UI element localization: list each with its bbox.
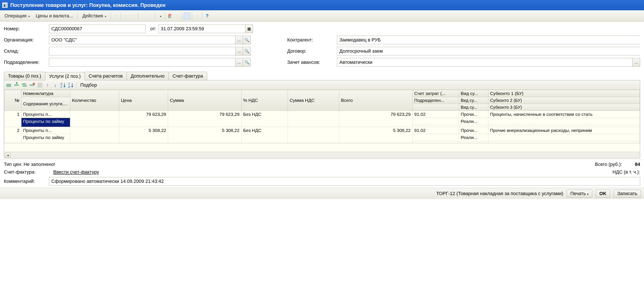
cell-kind2[interactable]: Реали... [459, 134, 488, 141]
operation-menu[interactable]: Операция [2, 12, 33, 20]
counterparty-input[interactable] [337, 36, 640, 44]
cell-kind1[interactable]: Прочи... [459, 111, 488, 118]
cell-vatsum[interactable] [288, 111, 339, 127]
cell-blank[interactable] [412, 125, 459, 127]
select-icon[interactable]: ... [235, 58, 243, 67]
col-kind3[interactable]: Вид су... [459, 104, 488, 111]
col-total[interactable]: Всего [339, 90, 412, 111]
clear-icon[interactable] [146, 13, 153, 19]
selection-button[interactable]: Подбор [78, 82, 98, 88]
tree-icon[interactable] [184, 13, 190, 19]
col-vatpct[interactable]: % НДС [241, 90, 288, 111]
tab-accounts[interactable]: Счета расчетов [84, 72, 127, 80]
select-icon[interactable]: ... [235, 47, 243, 56]
col-sub1[interactable]: Субконто 1 (БУ) [488, 90, 640, 97]
basis-icon[interactable] [140, 13, 146, 19]
list-icon[interactable] [194, 13, 200, 19]
save-button[interactable]: Записать [614, 190, 641, 197]
move-down-icon[interactable]: ↓ [52, 82, 58, 88]
advance-input[interactable] [337, 58, 632, 67]
move-up-icon[interactable]: ↑ [44, 82, 51, 88]
add-row-icon[interactable] [6, 82, 12, 88]
cell-desc[interactable]: Проценты по займу [21, 134, 70, 143]
cell-n[interactable]: 2 [4, 127, 22, 143]
contract-picker[interactable] [337, 47, 640, 56]
cell-qty[interactable] [70, 111, 119, 127]
col-blank[interactable] [412, 104, 459, 111]
copy-row-icon[interactable] [21, 82, 28, 88]
search-icon[interactable]: 🔍 [243, 36, 251, 44]
col-n[interactable]: № [4, 90, 22, 111]
cell-nomen[interactable]: Проценты п... [21, 127, 70, 134]
print-button[interactable]: Печать ▾ [567, 190, 592, 197]
number-input[interactable] [49, 25, 146, 33]
create-based-icon[interactable] [157, 13, 163, 19]
scroll-left-icon[interactable]: ◂ [5, 153, 10, 157]
date-picker[interactable]: ▦ [158, 25, 253, 33]
col-kind2[interactable]: Вид су... [459, 97, 488, 104]
select-icon[interactable]: ... [632, 58, 640, 67]
report-icon[interactable] [174, 13, 180, 19]
cell-nomen[interactable]: Проценты п... [21, 111, 70, 118]
cell-sub1[interactable]: Проценты, начисленные в соответствии со … [488, 111, 640, 118]
cell-desc-selected[interactable]: Проценты по займу [21, 118, 70, 127]
search-icon[interactable]: 🔍 [243, 47, 251, 56]
help-icon[interactable]: ? [204, 13, 210, 19]
delete-row-icon[interactable] [29, 82, 36, 88]
dtkt-icon[interactable]: ДтКт [167, 13, 173, 19]
cell-sum[interactable]: 5 308,22 [168, 127, 242, 143]
refresh-icon[interactable] [123, 13, 129, 19]
sort-desc-icon[interactable]: ZA [68, 82, 74, 88]
col-sub3[interactable]: Субконто 3 (БУ) [488, 104, 640, 111]
warehouse-picker[interactable]: ... 🔍 [49, 47, 251, 56]
cell-sub3[interactable] [488, 141, 640, 143]
cell-sub1[interactable]: Прочие внереализационные расходы, неприн… [488, 127, 640, 134]
cell-subdiv[interactable] [412, 118, 459, 125]
comment-input[interactable] [49, 177, 640, 186]
advance-picker[interactable]: ... [337, 58, 640, 67]
actions-menu[interactable]: Действия [80, 12, 109, 20]
cell-vatsum[interactable] [288, 127, 339, 143]
cell-total[interactable]: 79 623,29 [339, 111, 412, 127]
cell-subdiv[interactable] [412, 134, 459, 141]
table-row[interactable]: 2 Проценты п... 5 308,22 5 308,22 Без НД… [4, 127, 640, 134]
org-picker[interactable]: ... 🔍 [49, 36, 251, 44]
cell-kind3[interactable] [459, 125, 488, 127]
search-icon[interactable]: 🔍 [243, 58, 251, 67]
ok-button[interactable]: OK [596, 190, 610, 197]
col-nomen[interactable]: Номенклатура [21, 90, 70, 97]
division-input[interactable] [49, 58, 235, 67]
col-kind1[interactable]: Вид су... [459, 90, 488, 97]
col-sum[interactable]: Сумма [168, 90, 242, 111]
tab-services[interactable]: Услуги (2 поз.) [45, 72, 85, 80]
cell-vatpct[interactable]: Без НДС [241, 127, 288, 143]
col-costacct[interactable]: Счет затрат (... [412, 90, 459, 97]
prices-button[interactable]: Цены и валюта... [33, 12, 76, 20]
cell-sub2[interactable] [488, 118, 640, 125]
table-row[interactable]: 1 Проценты п... 79 623,29 79 623,29 Без … [4, 111, 640, 118]
tab-goods[interactable]: Товары (0 поз.) [4, 72, 45, 80]
post-icon[interactable] [113, 13, 119, 19]
date-input[interactable] [158, 25, 245, 33]
cell-vatpct[interactable]: Без НДС [241, 111, 288, 127]
cell-sub3[interactable] [488, 125, 640, 127]
col-price[interactable]: Цена [119, 90, 168, 111]
cell-sum[interactable]: 79 623,29 [168, 111, 242, 127]
col-subdiv[interactable]: Подразделен... [412, 97, 459, 104]
cell-price[interactable]: 79 623,29 [119, 111, 168, 127]
cell-kind3[interactable] [459, 141, 488, 143]
sort-asc-icon[interactable]: AZ [60, 82, 66, 88]
cell-total[interactable]: 5 308,22 [339, 127, 412, 143]
cell-price[interactable]: 5 308,22 [119, 127, 168, 143]
col-vatsum[interactable]: Сумма НДС [288, 90, 339, 111]
cell-sub2[interactable] [488, 134, 640, 141]
warehouse-input[interactable] [49, 47, 235, 56]
contract-input[interactable] [337, 47, 640, 56]
invoice-link[interactable]: Ввести счет-фактуру [53, 169, 99, 175]
insert-row-icon[interactable] [14, 82, 20, 88]
services-grid[interactable]: № Номенклатура Количество Цена Сумма % Н… [4, 90, 640, 152]
col-qty[interactable]: Количество [70, 90, 119, 111]
select-icon[interactable]: ... [235, 36, 243, 44]
cell-n[interactable]: 1 [4, 111, 22, 127]
cell-costacct[interactable]: 91.02 [412, 111, 459, 118]
